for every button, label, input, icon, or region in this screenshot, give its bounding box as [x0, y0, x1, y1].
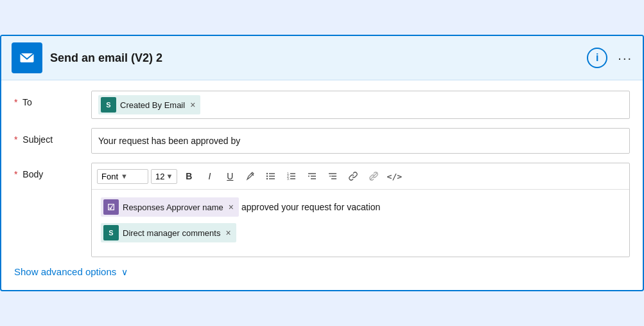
italic-button[interactable]: I	[200, 167, 218, 185]
to-label: * To	[14, 91, 91, 107]
svg-text:3.: 3.	[287, 177, 290, 181]
show-advanced-link[interactable]: Show advanced options	[14, 266, 116, 277]
bullet-list-button[interactable]	[262, 167, 280, 185]
card-body: * To S Created By Email × * Subject Your…	[1, 80, 643, 290]
highlight-button[interactable]	[241, 167, 259, 185]
manager-comments-tag: S Direct manager comments ×	[101, 223, 236, 242]
required-star-subject: *	[14, 134, 17, 145]
font-dropdown-arrow: ▼	[121, 172, 128, 180]
card-title: Send an email (V2) 2	[50, 51, 579, 65]
font-selector[interactable]: Font ▼	[97, 169, 148, 184]
to-tag-label: Created By Email	[120, 100, 185, 110]
underline-button[interactable]: U	[221, 167, 239, 185]
svg-point-5	[266, 176, 268, 177]
info-button[interactable]: i	[587, 48, 607, 68]
body-label: * Body	[14, 163, 91, 179]
to-tag-close[interactable]: ×	[190, 100, 195, 110]
more-options-button[interactable]: ···	[618, 51, 632, 66]
manager-tag-close[interactable]: ×	[225, 228, 231, 238]
editor-content[interactable]: ☑ Responses Approver name × approved you…	[92, 190, 629, 257]
to-tag-icon: S	[101, 97, 116, 113]
bold-button[interactable]: B	[180, 167, 198, 185]
line1-text: approved your request for vacation	[241, 202, 380, 212]
subject-input[interactable]: Your request has been approved by	[91, 128, 630, 154]
show-advanced-section: Show advanced options ∨	[14, 266, 630, 277]
font-size-selector[interactable]: 12 ▼	[151, 169, 177, 184]
body-editor[interactable]: Font ▼ 12 ▼ B I U	[91, 163, 630, 257]
indent-button[interactable]	[303, 167, 321, 185]
font-size-label: 12	[155, 172, 164, 181]
body-field-row: * Body Font ▼ 12 ▼ B I U	[14, 163, 630, 257]
manager-tag-label: Direct manager comments	[123, 228, 220, 238]
editor-line-2: S Direct manager comments ×	[101, 223, 620, 242]
svg-point-7	[266, 178, 268, 179]
approver-name-tag: ☑ Responses Approver name ×	[101, 197, 239, 217]
header-actions: i ···	[587, 48, 632, 68]
subject-label: * Subject	[14, 128, 91, 145]
to-input[interactable]: S Created By Email ×	[91, 91, 630, 119]
chevron-down-icon: ∨	[121, 267, 128, 277]
approver-tag-label: Responses Approver name	[123, 203, 223, 212]
required-star-to: *	[14, 97, 17, 107]
card-header: Send an email (V2) 2 i ···	[1, 36, 643, 80]
outdent-button[interactable]	[324, 167, 342, 185]
subject-field-row: * Subject Your request has been approved…	[14, 128, 630, 154]
numbered-list-button[interactable]: 1.2.3.	[283, 167, 300, 185]
to-field-row: * To S Created By Email ×	[14, 91, 630, 119]
app-icon	[12, 42, 42, 73]
approver-tag-close[interactable]: ×	[229, 202, 234, 212]
manager-tag-icon: S	[103, 225, 119, 240]
unlink-button[interactable]	[365, 167, 383, 185]
svg-point-3	[266, 173, 268, 174]
subject-value: Your request has been approved by	[98, 136, 240, 146]
editor-line-1: ☑ Responses Approver name × approved you…	[101, 197, 620, 217]
email-action-card: Send an email (V2) 2 i ··· * To S Create…	[0, 35, 644, 291]
code-button[interactable]: </>	[385, 167, 403, 185]
required-star-body: *	[14, 169, 17, 179]
to-tag-created-by-email: S Created By Email ×	[98, 95, 200, 114]
font-size-dropdown-arrow: ▼	[166, 172, 173, 180]
link-button[interactable]	[344, 167, 362, 185]
editor-toolbar: Font ▼ 12 ▼ B I U	[92, 163, 629, 190]
font-label: Font	[101, 172, 118, 181]
approver-tag-icon: ☑	[103, 199, 119, 215]
